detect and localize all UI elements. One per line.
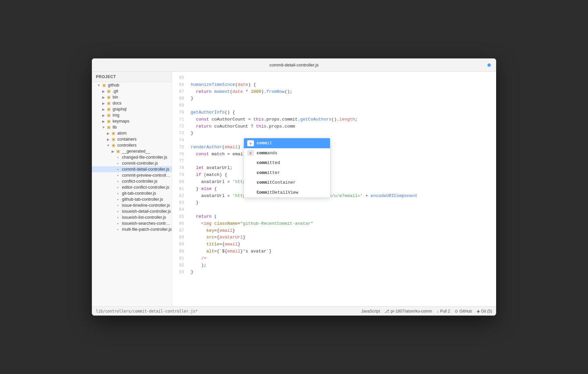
- file-label: issue-timeline-controller.js: [122, 203, 170, 208]
- file-label: issueish-searches-controller.js: [122, 221, 172, 226]
- sidebar[interactable]: Project ▼ ▣ github ▶ ▣ .git ▶ ▣ bin ▶ ▣ …: [92, 72, 172, 306]
- line-number-73: 73: [175, 130, 184, 137]
- chevron-icon: ▼: [106, 144, 111, 147]
- tree-item-commit-controller[interactable]: ▪ commit-controller.js: [92, 160, 172, 166]
- line-number-80: 80: [175, 179, 184, 186]
- editor-window: commit-detail-controller.js Project ▼ ▣ …: [92, 58, 496, 316]
- tree-item-editor-conflict-controller[interactable]: ▪ editor-conflict-controller.js: [92, 184, 172, 190]
- tree-item-controllers[interactable]: ▼ ▣ controllers: [92, 142, 172, 148]
- folder-label: docs: [113, 101, 121, 106]
- tree-item-issueish-list-controller[interactable]: ▪ issueish-list-controller.js: [92, 214, 172, 220]
- ac-item-text: committer: [257, 170, 280, 176]
- tree-item-img[interactable]: ▶ ▣ img: [92, 112, 172, 118]
- status-pull[interactable]: ↓ Pull 2: [437, 309, 450, 314]
- ac-rest: itted: [267, 160, 280, 165]
- code-line-92: );: [188, 262, 496, 269]
- tree-item-lib[interactable]: ▼ ▣ lib: [92, 124, 172, 130]
- file-icon: ▪: [115, 191, 121, 195]
- code-line-81: } else {: [188, 186, 496, 193]
- file-label: conflict-controller.js: [122, 179, 157, 184]
- ac-item-text: committed: [257, 160, 280, 166]
- status-github[interactable]: ⊙ GitHub: [455, 309, 472, 314]
- branch-name: pr-1807/atom/ku-comm: [391, 309, 432, 314]
- file-label: git-tab-controller.js: [122, 191, 156, 196]
- code-line-66: humanizeTimeSince(date) {: [188, 81, 496, 88]
- file-label: github-tab-controller.js: [122, 197, 163, 202]
- folder-label: lib: [113, 125, 117, 130]
- file-icon: ▪: [115, 173, 121, 177]
- line-number-78: 78: [175, 165, 184, 172]
- tree-item-docs[interactable]: ▶ ▣ docs: [92, 100, 172, 106]
- github-label: GitHub: [459, 309, 472, 314]
- tree-item-graphql[interactable]: ▶ ▣ graphql: [92, 106, 172, 112]
- file-icon: ▪: [115, 209, 121, 213]
- ac-item-text: CommitDetailView: [257, 189, 298, 196]
- folder-icon: ▣: [106, 89, 111, 94]
- language-label: JavaScript: [361, 309, 380, 314]
- file-label: editor-conflict-controller.js: [122, 185, 169, 190]
- autocomplete-item-commit[interactable]: vcommit: [244, 138, 330, 148]
- code-line-71: const coAuthorCount = this.props.commit.…: [188, 116, 496, 123]
- ac-type-badge: v: [247, 150, 254, 156]
- tree-item-atom[interactable]: ▶ ▣ atom: [92, 130, 172, 136]
- folder-icon: ▣: [111, 143, 116, 148]
- tree-item-changed-file-controller[interactable]: ▪ changed-file-controller.js: [92, 154, 172, 160]
- tree-item-conflict-controller[interactable]: ▪ conflict-controller.js: [92, 178, 172, 184]
- status-path: lib/controllers/commit-detail-controller…: [96, 309, 356, 314]
- file-icon: ▪: [115, 203, 121, 207]
- line-number-89: 89: [175, 241, 184, 248]
- autocomplete-item-committer[interactable]: committer: [244, 168, 330, 178]
- folder-icon: ▣: [106, 113, 111, 118]
- autocomplete-item-CommitDetailView[interactable]: CommitDetailView: [244, 188, 330, 198]
- code-line-93: }: [188, 269, 496, 276]
- line-number-79: 79: [175, 172, 184, 179]
- status-git[interactable]: ◈ Git (5): [477, 309, 492, 314]
- line-number-70: 70: [175, 109, 184, 116]
- tree-item-__generated__[interactable]: ▶ ▣ __generated__: [92, 148, 172, 154]
- code-area[interactable]: 6566676869707172737475767778798081828384…: [172, 72, 496, 306]
- file-label: commit-controller.js: [122, 161, 158, 166]
- file-icon: ▪: [115, 185, 121, 189]
- tree-item-bin[interactable]: ▶ ▣ bin: [92, 94, 172, 100]
- ac-rest: itter: [267, 170, 280, 175]
- line-number-67: 67: [175, 88, 184, 96]
- title-bar-title: commit-detail-controller.js: [269, 62, 318, 67]
- tree-item-commit-detail-controller[interactable]: ▪ commit-detail-controller.js: [92, 166, 172, 172]
- tree-item-github[interactable]: ▼ ▣ github: [92, 82, 172, 88]
- autocomplete-dropdown[interactable]: vcommitvcommandscommittedcommittercommit…: [244, 138, 330, 198]
- tree-item-commit-preview-controller[interactable]: ▪ commit-preview-controller.js: [92, 172, 172, 178]
- tree-item-multi-file-patch-controller[interactable]: ▪ multi-file-patch-controller.js: [92, 226, 172, 232]
- line-number-81: 81: [175, 186, 184, 193]
- line-numbers: 6566676869707172737475767778798081828384…: [172, 72, 188, 306]
- status-branch[interactable]: ⎇ pr-1807/atom/ku-comm: [385, 309, 432, 314]
- chevron-icon: ▶: [101, 96, 106, 99]
- code-line-77: [188, 158, 496, 165]
- line-number-75: 75: [175, 144, 184, 151]
- code-line-91: />: [188, 255, 496, 262]
- autocomplete-item-commands[interactable]: vcommands: [244, 148, 330, 158]
- tree-item-keymaps[interactable]: ▶ ▣ keymaps: [92, 118, 172, 124]
- line-number-76: 76: [175, 151, 184, 158]
- tree-item-git-tab-controller[interactable]: ▪ git-tab-controller.js: [92, 190, 172, 196]
- chevron-icon: ▶: [101, 108, 106, 111]
- line-number-92: 92: [175, 262, 184, 269]
- title-bar: commit-detail-controller.js: [92, 58, 496, 72]
- tree-item-git[interactable]: ▶ ▣ .git: [92, 88, 172, 94]
- ac-rest: ands: [267, 151, 277, 156]
- file-tree: ▼ ▣ github ▶ ▣ .git ▶ ▣ bin ▶ ▣ docs ▶ ▣…: [92, 82, 172, 232]
- line-number-93: 93: [175, 269, 184, 276]
- autocomplete-item-committed[interactable]: committed: [244, 158, 330, 168]
- tree-item-containers[interactable]: ▶ ▣ containers: [92, 136, 172, 142]
- status-items: JavaScript ⎇ pr-1807/atom/ku-comm ↓ Pull…: [361, 309, 492, 314]
- tree-item-issueish-searches-controller[interactable]: ▪ issueish-searches-controller.js: [92, 220, 172, 226]
- tree-item-issue-timeline-controller[interactable]: ▪ issue-timeline-controller.js: [92, 202, 172, 208]
- code-lines[interactable]: humanizeTimeSince(date) { return moment(…: [188, 72, 496, 306]
- sidebar-header: Project: [92, 72, 172, 82]
- line-number-65: 65: [175, 74, 184, 81]
- chevron-icon: ▶: [101, 102, 106, 105]
- line-number-88: 88: [175, 234, 184, 241]
- ac-match: comm: [257, 180, 267, 185]
- autocomplete-item-commitContainer[interactable]: commitContainer: [244, 178, 330, 188]
- tree-item-github-tab-controller[interactable]: ▪ github-tab-controller.js: [92, 196, 172, 202]
- tree-item-issueish-detail-controller[interactable]: ▪ issueish-detail-controller.js: [92, 208, 172, 214]
